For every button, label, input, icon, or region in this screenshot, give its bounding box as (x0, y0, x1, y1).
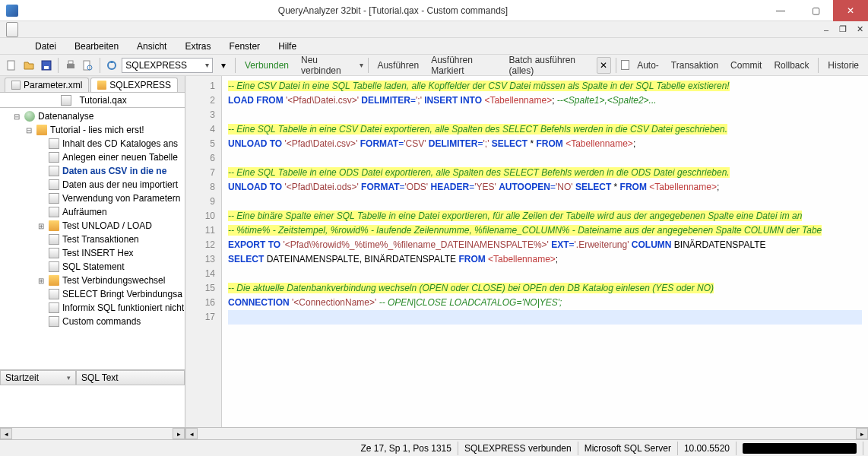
scroll-right-button[interactable]: ▸ (856, 428, 868, 439)
document-row: – ❐ ✕ (0, 21, 868, 38)
maximize-button[interactable]: ▢ (798, 0, 833, 21)
mdi-minimize-button[interactable]: – (819, 24, 833, 36)
execute-marked-button[interactable]: Ausführen Markiert (426, 55, 501, 76)
grid-col-sqltext[interactable]: SQL Text (76, 370, 185, 385)
connection-value: SQLEXPRESS (125, 60, 187, 71)
page-icon (49, 166, 59, 176)
grid-col-startzeit[interactable]: Startzeit▾ (0, 370, 76, 385)
refresh-button[interactable] (105, 57, 119, 74)
code-area[interactable]: -- Eine CSV Datei in eine SQL Tabelle la… (222, 76, 868, 427)
tree-item[interactable]: Anlegen einer neuen Tabelle (0, 150, 185, 164)
transaction-button[interactable]: Transaktion (667, 60, 723, 71)
toolbar: SQLEXPRESS ▾ Verbunden Neu verbinden ▾ A… (0, 55, 868, 76)
sidebar: Parameter.xml SQLEXPRESS Tutorial.qax ⊟D… (0, 76, 185, 439)
tree-tutorial[interactable]: ⊟Tutorial - lies mich erst! (0, 123, 185, 137)
auto-checkbox[interactable] (621, 60, 629, 70)
status-connection: SQLEXPRESS verbunden (458, 442, 578, 455)
menu-bearbeiten[interactable]: Bearbeiten (67, 40, 126, 53)
scroll-right-button[interactable]: ▸ (173, 428, 185, 439)
tree-item[interactable]: Aufräumen (0, 205, 185, 219)
page-icon (49, 138, 59, 149)
expand-icon[interactable]: ⊞ (36, 277, 46, 285)
folder-icon (36, 125, 47, 135)
tree-item[interactable]: ⊞Test Verbindungswechsel (0, 274, 185, 287)
tree-item[interactable]: ⊞Test UNLOAD / LOAD (0, 219, 185, 233)
print-preview-button[interactable] (81, 57, 95, 74)
grid-body[interactable] (0, 385, 185, 427)
file-icon (11, 81, 21, 90)
tree-item[interactable]: Test Transaktionen (0, 233, 185, 246)
editor-hscroll[interactable]: ◂ ▸ (185, 427, 868, 439)
code-editor[interactable]: 1234567891011121314151617 -- Eine CSV Da… (185, 76, 868, 427)
tree-item[interactable]: Daten aus der neu importiert (0, 178, 185, 192)
batch-all-button[interactable]: Batch ausführen (alles) (505, 55, 594, 76)
svg-rect-3 (67, 64, 74, 68)
page-icon (49, 152, 59, 163)
tree-root[interactable]: ⊟Datenanalyse (0, 109, 185, 123)
commit-button[interactable]: Commit (726, 60, 766, 71)
execute-button[interactable]: Ausführen (372, 60, 423, 71)
scroll-left-button[interactable]: ◂ (0, 428, 12, 439)
document-icon (6, 22, 18, 37)
page-icon (49, 261, 59, 272)
tree-item-selected[interactable]: Daten aus CSV in die ne (0, 164, 185, 178)
new-button[interactable] (5, 57, 19, 74)
page-icon (49, 193, 59, 204)
connection-status: Verbunden (240, 60, 293, 71)
save-button[interactable] (40, 57, 54, 74)
tree-item[interactable]: Verwendung von Parametern (0, 192, 185, 205)
minimize-button[interactable]: — (763, 0, 798, 21)
open-button[interactable] (22, 57, 36, 74)
tree-item[interactable]: SELECT Bringt Verbindungsa (0, 287, 185, 301)
page-icon (49, 207, 59, 217)
collapse-icon[interactable]: ⊟ (24, 126, 33, 135)
menu-ansicht[interactable]: Ansicht (129, 40, 174, 53)
file-icon (61, 95, 71, 106)
collapse-icon[interactable]: ⊟ (12, 112, 21, 121)
expand-icon[interactable]: ⊞ (36, 222, 46, 230)
scroll-left-button[interactable]: ◂ (185, 428, 198, 439)
stop-button[interactable]: ✕ (597, 57, 611, 74)
menu-bar: Datei Bearbeiten Ansicht Extras Fenster … (0, 38, 868, 55)
tree-item[interactable]: Informix SQL funktioniert nicht (0, 301, 185, 315)
folder-icon (49, 275, 59, 286)
connection-dropdown-button[interactable]: ▾ (216, 57, 230, 74)
page-icon (49, 234, 59, 245)
tab-sqlexpress[interactable]: SQLEXPRESS (90, 78, 178, 92)
mdi-restore-button[interactable]: ❐ (836, 24, 850, 36)
reconnect-dropdown-icon[interactable]: ▾ (360, 61, 363, 69)
mdi-close-button[interactable]: ✕ (853, 24, 866, 36)
close-button[interactable]: ✕ (833, 0, 868, 21)
sort-icon: ▾ (67, 374, 71, 382)
connection-combo[interactable]: SQLEXPRESS (122, 58, 213, 73)
line-gutter: 1234567891011121314151617 (185, 76, 222, 427)
menu-datei[interactable]: Datei (27, 40, 64, 53)
folder-icon (97, 81, 106, 90)
status-redacted (737, 442, 863, 455)
tree-item[interactable]: Test INSERT Hex (0, 246, 185, 260)
history-button[interactable]: Historie (823, 60, 863, 71)
current-file-name: Tutorial.qax (79, 95, 126, 106)
menu-hilfe[interactable]: Hilfe (271, 40, 304, 53)
print-button[interactable] (63, 57, 78, 74)
tree-item[interactable]: SQL Statement (0, 260, 185, 274)
tree-item[interactable]: Custom commands (0, 315, 185, 328)
title-bar: QueryAnalyzer 32bit - [Tutorial.qax - Cu… (0, 0, 868, 21)
rollback-button[interactable]: Rollback (769, 60, 813, 71)
grid-hscroll[interactable]: ◂ ▸ (0, 427, 185, 439)
reconnect-button[interactable]: Neu verbinden (296, 55, 356, 76)
page-icon (49, 316, 59, 327)
tab-parameter-xml[interactable]: Parameter.xml (5, 78, 89, 92)
tree-item[interactable]: Inhalt des CD Kataloges ans (0, 137, 185, 150)
svg-rect-2 (44, 66, 49, 69)
editor-pane: 1234567891011121314151617 -- Eine CSV Da… (185, 76, 868, 439)
page-icon (49, 248, 59, 258)
menu-fenster[interactable]: Fenster (221, 40, 268, 53)
page-icon (49, 179, 59, 190)
status-bar: Ze 17, Sp 1, Pos 1315 SQLEXPRESS verbund… (0, 439, 868, 456)
menu-extras[interactable]: Extras (177, 40, 218, 53)
current-file-row: Tutorial.qax (0, 93, 185, 108)
svg-rect-4 (68, 61, 73, 64)
tree-view[interactable]: ⊟Datenanalyse ⊟Tutorial - lies mich erst… (0, 108, 185, 369)
sidebar-tabs: Parameter.xml SQLEXPRESS (0, 76, 185, 93)
